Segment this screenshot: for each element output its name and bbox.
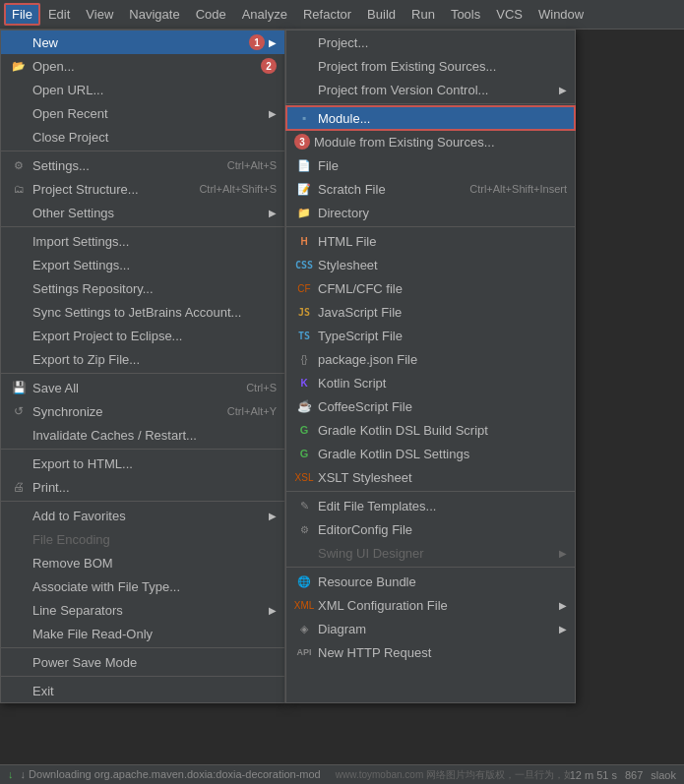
menu-item-export-eclipse[interactable]: Export Project to Eclipse... — [1, 324, 284, 347]
save-all-icon: 💾 — [9, 380, 29, 395]
statusbar-message: ↓ Downloading org.apache.maven.doxia:dox… — [21, 768, 321, 780]
submenu-item-html[interactable]: H HTML File — [286, 229, 575, 253]
settings-repo-icon — [9, 280, 29, 296]
menu-item-associate[interactable]: Associate with File Type... — [1, 574, 284, 598]
submenu-item-project[interactable]: Project... — [286, 30, 575, 54]
submenu-item-diagram-label: Diagram — [318, 622, 555, 636]
menu-item-exit[interactable]: Exit — [1, 679, 284, 702]
menu-item-power-save[interactable]: Power Save Mode — [1, 650, 284, 674]
menu-item-file-encoding: File Encoding — [1, 527, 284, 551]
menu-item-export-settings[interactable]: Export Settings... — [1, 253, 284, 276]
menu-item-print[interactable]: 🖨 Print... — [1, 475, 284, 499]
submenu-item-http[interactable]: API New HTTP Request — [286, 640, 575, 664]
submenu-item-module-existing[interactable]: 3 Module from Existing Sources... — [286, 130, 575, 153]
menu-item-synchronize-label: Synchronize — [32, 404, 208, 419]
menu-item-sync-jetbrains[interactable]: Sync Settings to JetBrains Account... — [1, 300, 284, 324]
menubar-view[interactable]: View — [78, 3, 121, 26]
close-project-icon — [9, 129, 29, 145]
menu-item-export-zip[interactable]: Export to Zip File... — [1, 347, 284, 371]
menu-item-open-recent[interactable]: Open Recent ▶ — [1, 101, 284, 125]
submenu-item-coffee-label: CoffeeScript File — [318, 399, 567, 414]
menu-item-invalidate-label: Invalidate Caches / Restart... — [32, 428, 277, 443]
menu-item-synchronize[interactable]: ↺ Synchronize Ctrl+Alt+Y — [1, 399, 284, 423]
submenu-item-gradle-build[interactable]: G Gradle Kotlin DSL Build Script — [286, 418, 575, 442]
menubar-build[interactable]: Build — [359, 3, 404, 26]
submenu-item-xml[interactable]: XML XML Configuration File ▶ — [286, 593, 575, 617]
menu-item-project-structure-label: Project Structure... — [32, 182, 179, 197]
submenu-item-edit-templates[interactable]: ✎ Edit File Templates... — [286, 494, 575, 517]
menu-item-settings-repo[interactable]: Settings Repository... — [1, 276, 284, 300]
menu-item-remove-bom[interactable]: Remove BOM — [1, 551, 284, 574]
submenu-item-project-vcs[interactable]: Project from Version Control... ▶ — [286, 78, 575, 101]
submenu-item-kotlin-label: Kotlin Script — [318, 376, 567, 391]
menu-item-import-settings-label: Import Settings... — [32, 234, 277, 249]
menu-item-other-settings[interactable]: Other Settings ▶ — [1, 201, 284, 224]
submenu-item-gradle-settings[interactable]: G Gradle Kotlin DSL Settings — [286, 442, 575, 465]
submenu-item-cfml-label: CFML/CFC file — [318, 281, 567, 296]
submenu-item-directory[interactable]: 📁 Directory — [286, 201, 575, 224]
menu-item-invalidate[interactable]: Invalidate Caches / Restart... — [1, 423, 284, 447]
js-icon: JS — [294, 304, 314, 320]
menubar-tools[interactable]: Tools — [443, 3, 488, 26]
submenu-item-project-existing-label: Project from Existing Sources... — [318, 59, 567, 74]
submenu-item-scratch[interactable]: 📝 Scratch File Ctrl+Alt+Shift+Insert — [286, 177, 575, 201]
submenu-item-xslt-label: XSLT Stylesheet — [318, 470, 567, 485]
submenu-item-project-vcs-label: Project from Version Control... — [318, 83, 555, 97]
menubar-vcs[interactable]: VCS — [488, 3, 530, 26]
menubar-window[interactable]: Window — [530, 3, 591, 26]
submenu-item-stylesheet[interactable]: CSS Stylesheet — [286, 253, 575, 276]
menubar-analyze[interactable]: Analyze — [234, 3, 295, 26]
menu-item-settings-repo-label: Settings Repository... — [32, 281, 277, 296]
submenu-item-kotlin[interactable]: K Kotlin Script — [286, 371, 575, 394]
separator-3 — [1, 373, 284, 374]
menu-item-export-eclipse-label: Export Project to Eclipse... — [32, 329, 277, 343]
submenu-item-ts[interactable]: TS TypeScript File — [286, 324, 575, 347]
submenu-item-gradle-settings-label: Gradle Kotlin DSL Settings — [318, 447, 567, 461]
submenu-item-resource[interactable]: 🌐 Resource Bundle — [286, 570, 575, 593]
menu-item-import-settings[interactable]: Import Settings... — [1, 229, 284, 253]
submenu-item-pkg[interactable]: {} package.json File — [286, 347, 575, 371]
menu-item-open-url[interactable]: Open URL... — [1, 78, 284, 101]
menu-item-new[interactable]: New 1 ▶ — [1, 30, 284, 54]
add-favorites-icon — [9, 508, 29, 523]
menu-item-associate-label: Associate with File Type... — [32, 579, 277, 594]
remove-bom-icon — [9, 555, 29, 571]
sync-jetbrains-icon — [9, 304, 29, 320]
coffee-icon: ☕ — [294, 398, 314, 414]
submenu-item-coffee[interactable]: ☕ CoffeeScript File — [286, 394, 575, 418]
menubar-navigate[interactable]: Navigate — [121, 3, 187, 26]
menubar-edit[interactable]: Edit — [40, 3, 78, 26]
menu-item-settings-shortcut: Ctrl+Alt+S — [227, 159, 277, 171]
submenu-item-editorconfig[interactable]: ⚙ EditorConfig File — [286, 517, 575, 541]
menu-item-settings[interactable]: ⚙ Settings... Ctrl+Alt+S — [1, 153, 284, 177]
submenu-item-swing-label: Swing UI Designer — [318, 546, 555, 561]
submenu-item-js[interactable]: JS JavaScript File — [286, 300, 575, 324]
menu-item-save-all[interactable]: 💾 Save All Ctrl+S — [1, 376, 284, 399]
submenu-item-module-label: Module... — [318, 111, 567, 126]
submenu-item-module[interactable]: ▪ Module... — [286, 106, 575, 130]
menu-item-settings-label: Settings... — [32, 158, 208, 173]
menu-item-export-html[interactable]: Export to HTML... — [1, 452, 284, 475]
submenu-item-project-existing[interactable]: Project from Existing Sources... — [286, 54, 575, 78]
submenu-item-xslt[interactable]: XSL XSLT Stylesheet — [286, 465, 575, 489]
menu-item-add-favorites[interactable]: Add to Favorites ▶ — [1, 504, 284, 527]
new-icon — [9, 34, 29, 50]
menubar-file[interactable]: File — [4, 3, 40, 26]
separator-1 — [1, 151, 284, 151]
submenu-item-diagram[interactable]: ◈ Diagram ▶ — [286, 617, 575, 640]
new-submenu-dropdown: Project... Project from Existing Sources… — [285, 30, 576, 703]
menu-item-close[interactable]: Close Project — [1, 125, 284, 149]
menu-item-save-all-label: Save All — [32, 381, 226, 395]
menubar-code[interactable]: Code — [188, 3, 234, 26]
menu-item-open[interactable]: 📂 Open... 2 — [1, 54, 284, 78]
menubar-refactor[interactable]: Refactor — [295, 3, 359, 26]
menu-item-project-structure[interactable]: 🗂 Project Structure... Ctrl+Alt+Shift+S — [1, 177, 284, 201]
submenu-item-editorconfig-label: EditorConfig File — [318, 522, 567, 537]
menu-item-export-settings-label: Export Settings... — [32, 258, 277, 272]
statusbar-watermark: www.toymoban.com 网络图片均有版权，一旦行为，如何使用版权声明 — [336, 769, 570, 780]
submenu-item-file[interactable]: 📄 File — [286, 153, 575, 177]
menubar-run[interactable]: Run — [404, 3, 443, 26]
menu-item-make-readonly[interactable]: Make File Read-Only — [1, 622, 284, 645]
submenu-item-cfml[interactable]: CF CFML/CFC file — [286, 276, 575, 300]
menu-item-line-separators[interactable]: Line Separators ▶ — [1, 598, 284, 622]
